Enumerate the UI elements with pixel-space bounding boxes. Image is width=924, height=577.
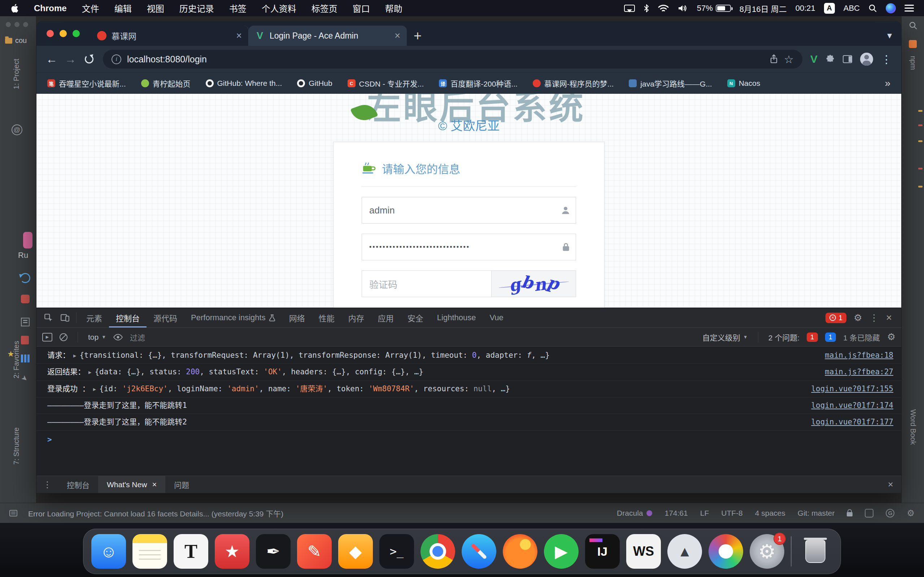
close-tab-icon[interactable]: × xyxy=(236,30,242,42)
input-source-icon[interactable]: A xyxy=(824,3,835,14)
ide-project-folder[interactable]: cou xyxy=(5,36,27,45)
dock-icon-origami-app[interactable]: ◆ xyxy=(338,534,373,569)
grammarly-icon[interactable]: G xyxy=(886,509,894,517)
menu-edit[interactable]: 编辑 xyxy=(115,2,132,15)
dock-icon-red-star-app[interactable]: ★ xyxy=(215,534,249,569)
close-window-button[interactable] xyxy=(47,30,54,37)
back-button[interactable]: ← xyxy=(42,50,61,69)
address-bar[interactable]: i localhost:8080/login ☆ xyxy=(103,50,802,69)
menu-history[interactable]: 历史记录 xyxy=(179,2,214,15)
ide-plugin-icon[interactable] xyxy=(909,40,917,48)
drawer-tab-issues[interactable]: 问题 xyxy=(165,476,198,493)
menubar-date[interactable]: 8月16日 周二 xyxy=(740,3,787,14)
forward-button[interactable]: → xyxy=(61,50,80,69)
siri-icon[interactable] xyxy=(886,3,896,13)
dock-icon-color-wheel[interactable] xyxy=(709,534,743,569)
page-info-icon[interactable]: i xyxy=(111,55,121,64)
console-log-row[interactable]: 返回结果： ▶ {data: {…}, status: 200, statusT… xyxy=(36,364,901,380)
clear-console-icon[interactable] xyxy=(60,333,68,341)
bookmark-item[interactable]: 慕课网-程序员的梦... xyxy=(533,78,614,89)
devtools-close-icon[interactable]: × xyxy=(886,312,892,324)
source-link[interactable]: login.vue?01f7:155 xyxy=(800,384,893,394)
extensions-puzzle-icon[interactable] xyxy=(825,55,835,64)
new-tab-button[interactable]: + xyxy=(407,26,428,46)
drawer-tab-whats-new[interactable]: What's New× xyxy=(98,476,165,493)
console-log-row[interactable]: ————————登录走到了这里，能不能跳转1 login.vue?01f7:17… xyxy=(36,397,901,414)
menu-tabs[interactable]: 标签页 xyxy=(312,2,338,15)
browser-menu-kebab-icon[interactable]: ⋮ xyxy=(881,53,892,66)
ide-git-branch[interactable]: Git: master xyxy=(798,509,835,517)
wifi-icon[interactable] xyxy=(658,4,669,13)
bookmark-item[interactable]: java学习路线——G... xyxy=(629,78,712,89)
devtools-menu-kebab-icon[interactable]: ⋮ xyxy=(869,312,879,324)
gear-icon[interactable]: ⚙ xyxy=(907,508,914,518)
menu-bookmarks[interactable]: 书签 xyxy=(229,2,247,15)
bookmark-item[interactable]: 译百度翻译-200种语... xyxy=(439,78,518,89)
menubar-time[interactable]: 00:21 xyxy=(795,3,815,13)
expand-arrow-icon[interactable]: ▶ xyxy=(89,369,91,376)
ide-toolwindow-favorites[interactable]: 2: Favorites xyxy=(12,341,21,378)
source-link[interactable]: main.js?fbea:18 xyxy=(814,351,893,360)
captcha-image[interactable]: gbnp xyxy=(492,271,576,297)
source-link[interactable]: login.vue?01f7:174 xyxy=(800,401,893,410)
minimize-window-button[interactable] xyxy=(60,30,67,37)
dock-icon-feather-app[interactable]: ✒ xyxy=(256,534,291,569)
bookmark-star-icon[interactable]: ☆ xyxy=(784,53,794,66)
devtools-tab-application[interactable]: 应用 xyxy=(371,308,401,327)
dock-icon-player[interactable]: ▶ xyxy=(544,534,578,569)
refresh-icon[interactable] xyxy=(20,273,30,283)
source-link[interactable]: main.js?fbea:27 xyxy=(814,367,893,377)
ide-line-ending[interactable]: LF xyxy=(700,509,709,517)
ide-theme-widget[interactable]: Dracula xyxy=(617,509,652,517)
menubar-app-name[interactable]: Chrome xyxy=(34,3,67,13)
devtools-tab-network[interactable]: 网络 xyxy=(282,308,312,327)
close-tab-icon[interactable]: × xyxy=(394,30,400,42)
issues-info-badge[interactable]: 1 xyxy=(825,332,836,342)
dock-icon-settings[interactable]: ⚙1 xyxy=(750,534,784,569)
console-log-row[interactable]: ————————登录走到了这里，能不能跳转2 login.vue?01f7:17… xyxy=(36,414,901,430)
tab-login-page[interactable]: V Login Page - Ace Admin × xyxy=(249,26,407,46)
bluetooth-icon[interactable] xyxy=(643,4,649,13)
context-selector[interactable]: top▼ xyxy=(88,333,106,342)
stop-icon[interactable] xyxy=(21,295,30,303)
dock-icon-safari[interactable] xyxy=(462,534,496,569)
profile-avatar[interactable] xyxy=(860,53,873,66)
drawer-tab-console[interactable]: 控制台 xyxy=(58,476,98,493)
bookmark-item[interactable]: NNacos xyxy=(727,79,761,88)
dock-icon-notes[interactable] xyxy=(132,534,167,569)
ide-status-plugin-icon[interactable] xyxy=(865,509,874,517)
console-log-row[interactable]: 请求： ▶ {transitional: {…}, transformReque… xyxy=(36,347,901,364)
menu-file[interactable]: 文件 xyxy=(82,2,99,15)
lock-icon[interactable] xyxy=(847,512,853,516)
ide-indent[interactable]: 4 spaces xyxy=(755,509,785,517)
devtools-tab-memory[interactable]: 内存 xyxy=(341,308,371,327)
ide-commit-icon[interactable]: @ xyxy=(11,124,23,135)
dock-icon-firefox[interactable] xyxy=(503,534,538,569)
issues-error-badge[interactable]: 1 xyxy=(807,332,818,342)
log-level-selector[interactable]: 自定义级别▼ xyxy=(703,332,748,343)
ide-toolwindow-run[interactable]: Ru xyxy=(18,251,28,260)
ide-chart-icon[interactable] xyxy=(21,355,30,363)
devtools-tab-elements[interactable]: 元素 xyxy=(79,308,109,327)
ide-window-controls[interactable] xyxy=(6,22,28,27)
devtools-tab-sources[interactable]: 源代码 xyxy=(147,308,184,327)
dock-icon-rocket-app[interactable]: ▲ xyxy=(667,534,702,569)
ide-trash-icon[interactable] xyxy=(21,336,29,344)
devtools-tab-lighthouse[interactable]: Lighthouse xyxy=(430,308,483,327)
dock-icon-trash[interactable] xyxy=(798,534,833,569)
tab-imooc[interactable]: 慕课网 × xyxy=(90,26,249,46)
ide-toolwindow-structure[interactable]: 7: Structure xyxy=(12,427,21,464)
ide-notification-pill[interactable] xyxy=(23,232,32,248)
issues-label[interactable]: 2 个问题: xyxy=(769,332,800,343)
ide-caret-position[interactable]: 174:61 xyxy=(664,509,688,517)
expand-arrow-icon[interactable]: ▶ xyxy=(93,386,96,392)
username-field[interactable]: admin xyxy=(362,197,576,224)
tab-search-chevron-icon[interactable]: ▾ xyxy=(887,30,892,41)
inspect-element-icon[interactable] xyxy=(40,310,57,325)
ide-grid-icon[interactable] xyxy=(21,318,30,326)
menu-help[interactable]: 帮助 xyxy=(385,2,402,15)
eye-icon[interactable] xyxy=(113,334,123,340)
zoom-window-button[interactable] xyxy=(73,30,80,37)
dock-icon-webstorm[interactable]: WS xyxy=(626,534,661,569)
device-toolbar-icon[interactable] xyxy=(57,310,73,325)
